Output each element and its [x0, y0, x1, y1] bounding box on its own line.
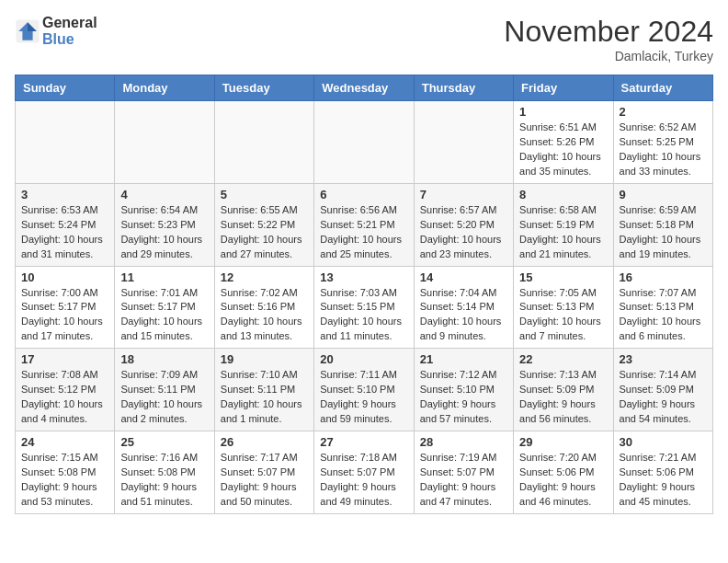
day-info: Sunrise: 7:16 AM Sunset: 5:08 PM Dayligh… [120, 451, 208, 510]
day-cell: 28Sunrise: 7:19 AM Sunset: 5:07 PM Dayli… [414, 431, 513, 514]
day-number: 29 [519, 435, 607, 449]
day-cell: 30Sunrise: 7:21 AM Sunset: 5:06 PM Dayli… [613, 431, 712, 514]
day-info: Sunrise: 6:54 AM Sunset: 5:23 PM Dayligh… [120, 203, 208, 262]
month-title: November 2024 [504, 15, 713, 49]
day-cell [214, 101, 313, 184]
day-number: 6 [320, 188, 407, 201]
weekday-header-row: SundayMondayTuesdayWednesdayThursdayFrid… [16, 75, 713, 101]
day-info: Sunrise: 6:51 AM Sunset: 5:26 PM Dayligh… [519, 121, 607, 179]
day-info: Sunrise: 7:18 AM Sunset: 5:07 PM Dayligh… [320, 451, 407, 510]
day-cell: 29Sunrise: 7:20 AM Sunset: 5:06 PM Dayli… [514, 431, 613, 514]
day-cell: 17Sunrise: 7:08 AM Sunset: 5:12 PM Dayli… [16, 349, 115, 431]
page: General Blue November 2024 Damlacik, Tur… [0, 0, 728, 529]
logo: General Blue [15, 15, 97, 48]
day-info: Sunrise: 7:15 AM Sunset: 5:08 PM Dayligh… [21, 451, 108, 510]
day-number: 8 [519, 188, 607, 201]
day-cell: 18Sunrise: 7:09 AM Sunset: 5:11 PM Dayli… [115, 349, 214, 431]
day-cell [314, 101, 414, 184]
week-row-2: 3Sunrise: 6:53 AM Sunset: 5:24 PM Daylig… [16, 183, 713, 266]
weekday-header-saturday: Saturday [613, 75, 712, 101]
day-number: 27 [320, 435, 407, 449]
weekday-header-friday: Friday [514, 75, 613, 101]
day-number: 23 [620, 352, 707, 366]
day-number: 24 [21, 435, 108, 449]
calendar: SundayMondayTuesdayWednesdayThursdayFrid… [15, 75, 713, 514]
header: General Blue November 2024 Damlacik, Tur… [15, 15, 713, 63]
day-info: Sunrise: 6:55 AM Sunset: 5:22 PM Dayligh… [221, 203, 308, 262]
day-info: Sunrise: 7:05 AM Sunset: 5:13 PM Dayligh… [519, 286, 607, 345]
day-cell: 1Sunrise: 6:51 AM Sunset: 5:26 PM Daylig… [514, 101, 613, 184]
week-row-5: 24Sunrise: 7:15 AM Sunset: 5:08 PM Dayli… [16, 431, 713, 514]
day-number: 16 [620, 270, 707, 284]
day-number: 10 [21, 270, 108, 284]
day-cell [115, 101, 214, 184]
day-cell: 2Sunrise: 6:52 AM Sunset: 5:25 PM Daylig… [613, 101, 712, 184]
day-info: Sunrise: 6:53 AM Sunset: 5:24 PM Dayligh… [21, 203, 108, 262]
day-info: Sunrise: 7:13 AM Sunset: 5:09 PM Dayligh… [519, 368, 607, 427]
day-cell: 5Sunrise: 6:55 AM Sunset: 5:22 PM Daylig… [214, 183, 313, 266]
location: Damlacik, Turkey [504, 49, 713, 63]
title-block: November 2024 Damlacik, Turkey [504, 15, 713, 63]
day-cell: 10Sunrise: 7:00 AM Sunset: 5:17 PM Dayli… [16, 266, 115, 349]
week-row-1: 1Sunrise: 6:51 AM Sunset: 5:26 PM Daylig… [16, 101, 713, 184]
day-cell: 24Sunrise: 7:15 AM Sunset: 5:08 PM Dayli… [16, 431, 115, 514]
day-cell: 23Sunrise: 7:14 AM Sunset: 5:09 PM Dayli… [613, 349, 712, 431]
day-cell: 13Sunrise: 7:03 AM Sunset: 5:15 PM Dayli… [314, 266, 414, 349]
day-info: Sunrise: 7:11 AM Sunset: 5:10 PM Dayligh… [320, 368, 407, 427]
day-number: 17 [21, 352, 108, 366]
day-info: Sunrise: 7:12 AM Sunset: 5:10 PM Dayligh… [420, 368, 507, 427]
day-number: 4 [120, 188, 208, 201]
day-cell: 15Sunrise: 7:05 AM Sunset: 5:13 PM Dayli… [514, 266, 613, 349]
day-info: Sunrise: 7:01 AM Sunset: 5:17 PM Dayligh… [120, 286, 208, 345]
day-cell: 25Sunrise: 7:16 AM Sunset: 5:08 PM Dayli… [115, 431, 214, 514]
day-info: Sunrise: 6:56 AM Sunset: 5:21 PM Dayligh… [320, 203, 407, 262]
day-info: Sunrise: 7:00 AM Sunset: 5:17 PM Dayligh… [21, 286, 108, 345]
day-cell: 4Sunrise: 6:54 AM Sunset: 5:23 PM Daylig… [115, 183, 214, 266]
day-info: Sunrise: 7:20 AM Sunset: 5:06 PM Dayligh… [519, 451, 607, 510]
day-number: 14 [420, 270, 507, 284]
day-number: 28 [420, 435, 507, 449]
day-cell: 20Sunrise: 7:11 AM Sunset: 5:10 PM Dayli… [314, 349, 414, 431]
day-info: Sunrise: 7:08 AM Sunset: 5:12 PM Dayligh… [21, 368, 108, 427]
day-number: 7 [420, 188, 507, 201]
day-info: Sunrise: 6:57 AM Sunset: 5:20 PM Dayligh… [420, 203, 507, 262]
day-number: 20 [320, 352, 407, 366]
day-info: Sunrise: 7:02 AM Sunset: 5:16 PM Dayligh… [221, 286, 308, 345]
day-info: Sunrise: 6:58 AM Sunset: 5:19 PM Dayligh… [519, 203, 607, 262]
day-cell: 26Sunrise: 7:17 AM Sunset: 5:07 PM Dayli… [214, 431, 313, 514]
day-number: 25 [120, 435, 208, 449]
day-cell: 6Sunrise: 6:56 AM Sunset: 5:21 PM Daylig… [314, 183, 414, 266]
day-number: 21 [420, 352, 507, 366]
day-cell: 21Sunrise: 7:12 AM Sunset: 5:10 PM Dayli… [414, 349, 513, 431]
day-number: 13 [320, 270, 407, 284]
day-number: 9 [620, 188, 707, 201]
day-info: Sunrise: 7:10 AM Sunset: 5:11 PM Dayligh… [221, 368, 308, 427]
day-info: Sunrise: 7:19 AM Sunset: 5:07 PM Dayligh… [420, 451, 507, 510]
weekday-header-monday: Monday [115, 75, 214, 101]
day-cell: 11Sunrise: 7:01 AM Sunset: 5:17 PM Dayli… [115, 266, 214, 349]
week-row-4: 17Sunrise: 7:08 AM Sunset: 5:12 PM Dayli… [16, 349, 713, 431]
logo-text: General Blue [42, 15, 97, 48]
day-number: 5 [221, 188, 308, 201]
day-info: Sunrise: 7:17 AM Sunset: 5:07 PM Dayligh… [221, 451, 308, 510]
day-cell: 14Sunrise: 7:04 AM Sunset: 5:14 PM Dayli… [414, 266, 513, 349]
day-number: 30 [620, 435, 707, 449]
day-cell: 27Sunrise: 7:18 AM Sunset: 5:07 PM Dayli… [314, 431, 414, 514]
weekday-header-thursday: Thursday [414, 75, 513, 101]
day-cell: 16Sunrise: 7:07 AM Sunset: 5:13 PM Dayli… [613, 266, 712, 349]
weekday-header-tuesday: Tuesday [214, 75, 313, 101]
day-number: 3 [21, 188, 108, 201]
day-cell: 3Sunrise: 6:53 AM Sunset: 5:24 PM Daylig… [16, 183, 115, 266]
day-number: 22 [519, 352, 607, 366]
day-cell: 7Sunrise: 6:57 AM Sunset: 5:20 PM Daylig… [414, 183, 513, 266]
day-info: Sunrise: 6:52 AM Sunset: 5:25 PM Dayligh… [620, 121, 707, 179]
week-row-3: 10Sunrise: 7:00 AM Sunset: 5:17 PM Dayli… [16, 266, 713, 349]
day-number: 2 [620, 105, 707, 119]
day-number: 15 [519, 270, 607, 284]
day-number: 11 [120, 270, 208, 284]
weekday-header-wednesday: Wednesday [314, 75, 414, 101]
day-number: 26 [221, 435, 308, 449]
day-number: 1 [519, 105, 607, 119]
day-info: Sunrise: 7:04 AM Sunset: 5:14 PM Dayligh… [420, 286, 507, 345]
day-number: 12 [221, 270, 308, 284]
